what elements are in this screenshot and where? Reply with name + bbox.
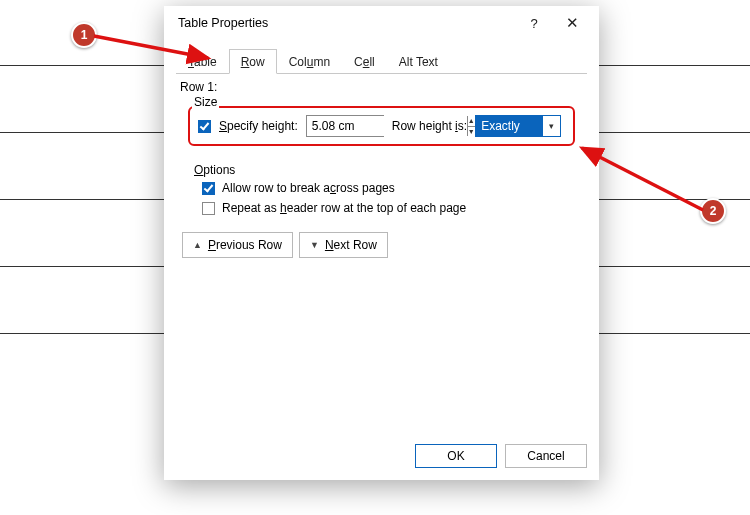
- row-height-mode-value: Exactly: [476, 116, 543, 136]
- annotation-callout-1: 1: [71, 22, 97, 48]
- chevron-down-icon[interactable]: ▾: [543, 121, 560, 131]
- tab-cell[interactable]: Cell: [342, 49, 387, 74]
- titlebar: Table Properties ? ✕: [164, 6, 599, 40]
- repeat-header-label: Repeat as header row at the top of each …: [222, 201, 466, 215]
- specify-height-label: Specify height:: [219, 119, 298, 133]
- nav-buttons: ▲ Previous Row ▼ Next Row: [182, 232, 581, 258]
- allow-break-row: Allow row to break across pages: [180, 178, 583, 198]
- up-triangle-icon: ▲: [193, 240, 202, 250]
- down-triangle-icon: ▼: [310, 240, 319, 250]
- repeat-header-row: Repeat as header row at the top of each …: [180, 198, 583, 218]
- repeat-header-checkbox[interactable]: [202, 202, 215, 215]
- ok-button[interactable]: OK: [415, 444, 497, 468]
- dialog-buttons: OK Cancel: [164, 432, 599, 480]
- size-legend: Size: [192, 95, 219, 109]
- svg-line-1: [582, 148, 703, 210]
- tab-column[interactable]: Column: [277, 49, 342, 74]
- spin-down-icon[interactable]: ▼: [468, 127, 475, 137]
- row-height-is-label: Row height is:: [392, 119, 467, 133]
- dialog-title: Table Properties: [178, 16, 515, 30]
- specify-height-checkbox[interactable]: [198, 120, 211, 133]
- tab-strip: Table Row Column Cell Alt Text: [176, 48, 587, 74]
- previous-row-button[interactable]: ▲ Previous Row: [182, 232, 293, 258]
- dialog-body: Table Row Column Cell Alt Text Row 1: Si…: [164, 40, 599, 432]
- table-properties-dialog: Table Properties ? ✕ Table Row Column Ce…: [164, 6, 599, 480]
- spin-up-icon[interactable]: ▲: [468, 116, 475, 127]
- height-spinner[interactable]: ▲ ▼: [306, 115, 384, 137]
- size-fieldset: Size Specify height: ▲ ▼ Row height is: …: [178, 96, 585, 156]
- row-height-mode-select[interactable]: Exactly ▾: [475, 115, 561, 137]
- cancel-button[interactable]: Cancel: [505, 444, 587, 468]
- row-number-label: Row 1:: [180, 80, 583, 94]
- tab-row[interactable]: Row: [229, 49, 277, 74]
- options-legend: Options: [192, 163, 237, 177]
- allow-break-checkbox[interactable]: [202, 182, 215, 195]
- next-row-button[interactable]: ▼ Next Row: [299, 232, 388, 258]
- height-spin-buttons[interactable]: ▲ ▼: [467, 116, 475, 136]
- allow-break-label: Allow row to break across pages: [222, 181, 395, 195]
- tab-table[interactable]: Table: [176, 49, 229, 74]
- close-button[interactable]: ✕: [553, 8, 591, 38]
- tab-alttext[interactable]: Alt Text: [387, 49, 450, 74]
- annotation-callout-2: 2: [700, 198, 726, 224]
- highlighted-size-row: Specify height: ▲ ▼ Row height is: Exact…: [188, 106, 575, 146]
- help-button[interactable]: ?: [515, 8, 553, 38]
- options-fieldset: Options Allow row to break across pages …: [178, 164, 585, 222]
